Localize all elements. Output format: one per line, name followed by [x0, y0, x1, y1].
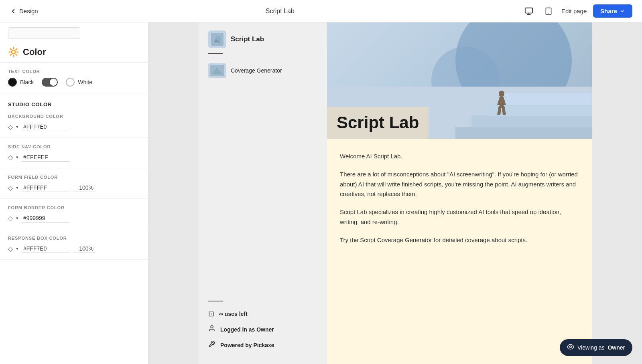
studio-color-label: STUDIO COLOR [8, 100, 140, 107]
white-swatch [66, 78, 75, 87]
content-para-3: Script Lab specializes in creating highl… [340, 207, 579, 227]
sidebar-logged-in-item: Logged in as Owner [208, 325, 317, 334]
top-color-input[interactable] [8, 27, 80, 39]
black-label: Black [20, 79, 34, 85]
sidebar-coverage-label: Coverage Generator [231, 67, 282, 74]
text-color-row: Black White [8, 78, 140, 87]
top-input-area [0, 22, 148, 39]
sidebar-powered-by-item: Powered by Pickaxe [208, 340, 317, 350]
bg-color-row: ◇ ▾ #FFF7E0 [8, 123, 140, 131]
left-panel: 🔆 Color TEXT COLOR Black White STUD [0, 22, 148, 364]
back-label: Design [19, 8, 38, 14]
form-border-color-row: ◇ ▾ #999999 [8, 214, 140, 222]
sidebar-top-divider [208, 53, 223, 54]
bg-drop-icon: ◇ [8, 123, 13, 131]
bg-color-section: BACKGROUND COLOR ◇ ▾ #FFF7E0 [0, 107, 148, 138]
preview-container: Script Lab Coverage Generator ⊡ [199, 22, 592, 364]
form-field-opacity-input[interactable]: 100% [73, 184, 95, 192]
form-field-drop-icon: ◇ [8, 184, 13, 192]
form-border-drop-icon: ◇ [8, 214, 13, 222]
content-para-2: There are a lot of misconceptions about … [340, 170, 579, 199]
topbar-left: Design [10, 8, 38, 15]
form-border-label: FORM BORDER COLOR [8, 205, 140, 210]
topbar: Design Script Lab Edit page Share [0, 0, 642, 22]
side-nav-chevron-icon[interactable]: ▾ [16, 155, 18, 160]
viewing-label: Viewing as [577, 344, 604, 351]
text-color-section: TEXT COLOR Black White [0, 63, 148, 93]
hero-title: Script Lab [337, 113, 419, 132]
uses-icon: ⊡ [208, 309, 214, 318]
text-color-toggle[interactable] [42, 78, 58, 87]
back-button[interactable]: Design [10, 8, 38, 15]
powered-by-label: Powered by Pickaxe [220, 342, 274, 348]
response-box-opacity-input[interactable]: 100% [73, 245, 95, 253]
sidebar-bottom: ⊡ ∞ uses left Logged in as Owner [199, 294, 327, 356]
content-area: Welcome AI Script Lab. There are a lot o… [327, 139, 592, 364]
form-field-color-input[interactable]: #FFFFFF [22, 184, 70, 192]
response-box-color-row: ◇ ▾ #FFF7E0 100% [8, 245, 140, 253]
main-content: 🔆 Color TEXT COLOR Black White STUD [0, 22, 642, 364]
side-nav-color-row: ◇ ▾ #EFEFEF [8, 153, 140, 162]
svg-point-6 [216, 36, 221, 41]
svg-point-14 [499, 91, 504, 97]
sidebar-bottom-divider [208, 301, 223, 301]
svg-point-8 [211, 326, 213, 328]
color-icon: 🔆 [8, 47, 19, 57]
bg-color-label: BACKGROUND COLOR [8, 114, 140, 119]
panel-header: 🔆 Color [0, 39, 148, 63]
sidebar-logo-image [208, 30, 226, 48]
page-main: Script Lab Welcome AI Script Lab. There … [327, 22, 592, 364]
sidebar-logo: Script Lab [199, 30, 327, 53]
content-para-4: Try the Script Coverage Generator for de… [340, 235, 579, 245]
form-border-color-section: FORM BORDER COLOR ◇ ▾ #999999 [0, 199, 148, 229]
owner-label: Owner [607, 344, 625, 351]
uses-label: ∞ uses left [219, 311, 248, 317]
side-nav-drop-icon: ◇ [8, 154, 13, 161]
bg-chevron-icon[interactable]: ▾ [16, 124, 18, 129]
toggle-knob [50, 79, 57, 86]
viewing-badge: Viewing as Owner [560, 339, 632, 356]
response-box-color-section: RESPONSE BOX COLOR ◇ ▾ #FFF7E0 100% [0, 229, 148, 260]
response-box-chevron-icon[interactable]: ▾ [16, 246, 18, 251]
form-border-chevron-icon[interactable]: ▾ [16, 216, 18, 221]
response-box-label: RESPONSE BOX COLOR [8, 236, 140, 241]
svg-rect-10 [455, 127, 592, 139]
logged-in-label: Logged in as Owner [220, 326, 274, 333]
topbar-right: Edit page Share [522, 4, 632, 18]
white-color-option[interactable]: White [66, 78, 92, 87]
sidebar-logo-text: Script Lab [231, 35, 264, 43]
panel-title: Color [23, 47, 46, 57]
share-label: Share [600, 8, 617, 14]
form-field-color-row: ◇ ▾ #FFFFFF 100% [8, 184, 140, 192]
svg-rect-0 [525, 8, 532, 13]
topbar-title: Script Lab [266, 8, 295, 15]
tablet-view-button[interactable] [542, 5, 555, 18]
svg-point-19 [570, 346, 572, 348]
side-nav-color-input[interactable]: #EFEFEF [22, 153, 70, 162]
edit-page-button[interactable]: Edit page [561, 8, 587, 14]
desktop-view-button[interactable] [522, 4, 536, 18]
form-field-chevron-icon[interactable]: ▾ [16, 185, 18, 190]
hero-section: Script Lab [327, 22, 592, 139]
text-color-label: TEXT COLOR [8, 69, 140, 74]
hero-title-overlay: Script Lab [327, 107, 429, 139]
black-swatch [8, 78, 17, 87]
sidebar-uses-item: ⊡ ∞ uses left [208, 309, 317, 318]
form-field-label: FORM FIELD COLOR [8, 175, 140, 180]
content-para-1: Welcome AI Script Lab. [340, 152, 579, 162]
sidebar-coverage-item[interactable]: Coverage Generator [199, 60, 327, 81]
form-field-color-section: FORM FIELD COLOR ◇ ▾ #FFFFFF 100% [0, 168, 148, 199]
page-layout: Script Lab Coverage Generator ⊡ [199, 22, 592, 364]
sidebar-coverage-image [208, 63, 226, 78]
right-panel: Script Lab Coverage Generator ⊡ [148, 22, 642, 364]
share-button[interactable]: Share [593, 4, 632, 18]
response-box-color-input[interactable]: #FFF7E0 [22, 245, 70, 253]
user-icon [208, 325, 215, 334]
white-label: White [78, 79, 92, 85]
eye-icon [567, 343, 574, 352]
svg-rect-13 [504, 93, 592, 105]
form-border-color-input[interactable]: #999999 [22, 214, 70, 222]
side-nav-color-section: SIDE NAV COLOR ◇ ▾ #EFEFEF [0, 138, 148, 168]
bg-color-input[interactable]: #FFF7E0 [22, 123, 70, 131]
black-color-option[interactable]: Black [8, 78, 34, 87]
